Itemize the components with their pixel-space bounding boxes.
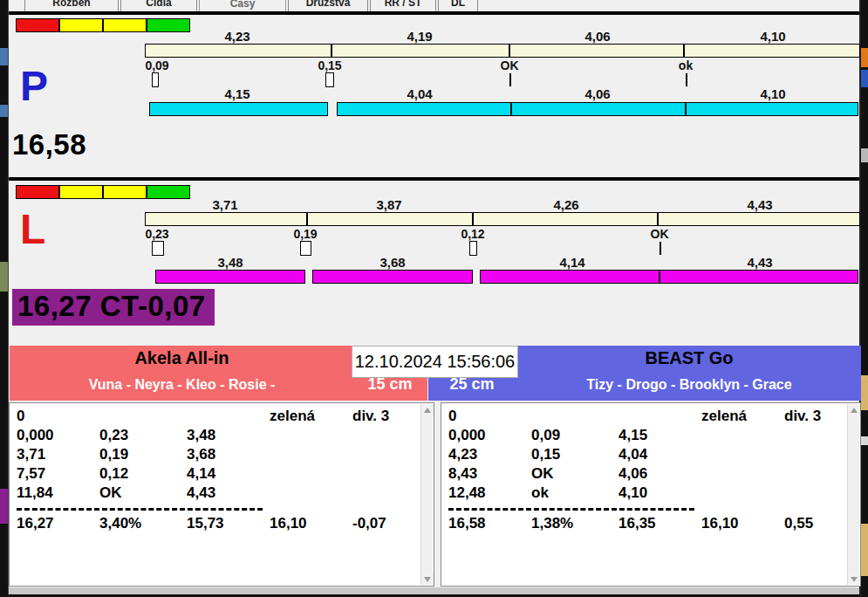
run-panel-l: L 3,71 3,87 4,26 4,43 0,23 0,19 0,12 OK — [9, 177, 859, 325]
cell: zelená — [701, 407, 784, 426]
team-left-results-table[interactable]: 0 zelená div. 3 0,000 0,23 3,48 — [9, 402, 434, 587]
status-cell-yellow — [104, 19, 147, 31]
cell — [784, 464, 847, 484]
cell: 3,71 — [17, 445, 99, 464]
status-cell-yellow — [104, 186, 147, 198]
cell: 0 — [448, 407, 531, 426]
fault-box-marker — [152, 241, 164, 256]
p-exchange-labels: 0,09 0,15 OK ok — [145, 58, 860, 72]
table-row: 3,71 0,19 3,68 — [17, 445, 420, 464]
scroll-up-icon — [424, 408, 431, 413]
split-label: 4,43 — [747, 255, 772, 270]
cell: 0,19 — [99, 445, 187, 464]
split-label: 4,10 — [760, 86, 785, 101]
team-left-results-content: 0 zelená div. 3 0,000 0,23 3,48 — [10, 403, 420, 586]
sliver-patch — [861, 436, 868, 445]
sliver-patch — [0, 105, 8, 117]
p-run-bar — [145, 102, 860, 118]
cell: 3,68 — [187, 445, 270, 464]
vertical-scrollbar[interactable] — [420, 404, 433, 585]
cell: 1,38% — [531, 514, 619, 533]
tab-rozbeh[interactable]: Rozbeh — [24, 0, 119, 11]
tab-casy[interactable]: Časy — [199, 0, 286, 11]
table-row: 11,84 OK 4,43 — [17, 484, 420, 503]
fault-box-marker — [325, 72, 334, 87]
exchange-label: 0,09 — [145, 58, 168, 72]
cell — [270, 445, 352, 464]
run-bar-group — [337, 102, 858, 116]
run-bar-segment — [685, 103, 858, 115]
cell: OK — [531, 464, 619, 484]
table-row: 12,48 ok 4,10 — [448, 484, 847, 503]
cell: 11,84 — [17, 484, 99, 503]
split-label: 3,87 — [376, 197, 401, 212]
fault-box-marker — [469, 241, 477, 256]
l-reference-bar — [145, 212, 860, 226]
split-label: 4,14 — [559, 255, 584, 270]
cell — [270, 426, 352, 445]
cell — [701, 484, 784, 503]
tab-dl[interactable]: DL — [438, 0, 478, 11]
cell: 4,14 — [187, 464, 270, 484]
run-bar-segment — [338, 103, 510, 115]
run-bar-segment — [659, 271, 858, 283]
run-panel-p: P 4,23 4,19 4,06 4,10 0,09 0,15 OK ok — [9, 11, 859, 177]
cell — [619, 407, 701, 426]
ok-tick-marker — [686, 73, 687, 86]
fault-box-marker — [300, 241, 311, 256]
scroll-up-button[interactable] — [421, 404, 434, 416]
exchange-label: 0,12 — [461, 227, 484, 241]
cell: 0,09 — [531, 426, 619, 445]
cell — [99, 407, 187, 426]
scroll-up-icon — [851, 408, 858, 413]
bottom-strip — [9, 587, 859, 594]
bar-segment — [146, 45, 331, 57]
cell — [352, 426, 420, 445]
separator-dashes — [17, 508, 263, 511]
tab-druzstva[interactable]: Družstva — [288, 0, 368, 11]
split-label: 4,04 — [407, 86, 432, 101]
teams-area: Akela All-in Vuna - Neyra - Kleo - Rosie… — [9, 346, 859, 588]
sliver-patch — [861, 524, 868, 576]
cell: 4,06 — [619, 464, 701, 484]
team-right-results-table[interactable]: 0 zelená div. 3 0,000 0,09 4,15 — [441, 402, 861, 587]
run-bar-segment — [510, 103, 685, 115]
split-label: 4,43 — [747, 197, 772, 212]
cell: 4,43 — [187, 484, 270, 503]
cell: div. 3 — [352, 407, 420, 426]
scroll-up-button[interactable] — [848, 404, 860, 416]
ok-tick-marker — [660, 242, 661, 255]
scroll-down-button[interactable] — [848, 573, 860, 585]
cell: -0,07 — [352, 514, 420, 533]
split-label: 4,23 — [224, 29, 249, 44]
l-exchange-labels: 0,23 0,19 0,12 OK — [145, 227, 860, 241]
team-right-dogs: Tizy - Drogo - Brooklyn - Grace — [517, 377, 861, 393]
scroll-down-button[interactable] — [421, 573, 434, 585]
cell: 16,35 — [619, 514, 701, 533]
sliver-patch — [0, 489, 8, 524]
sliver-patch — [861, 48, 868, 67]
l-top-split-labels: 3,71 3,87 4,26 4,43 — [145, 197, 860, 211]
tab-rr-st[interactable]: RR / ST — [370, 0, 436, 11]
split-label: 3,48 — [217, 255, 243, 270]
sliver-patch — [0, 262, 8, 292]
cell: zelená — [270, 407, 352, 426]
cell: 7,57 — [17, 464, 99, 484]
cell: 4,04 — [619, 445, 701, 464]
p-reference-bar — [145, 44, 860, 58]
sliver-patch — [861, 70, 868, 87]
split-label: 4,26 — [553, 197, 578, 212]
tab-cidla[interactable]: Cidla — [120, 0, 197, 11]
run-letter-l: L — [20, 209, 45, 250]
cell: 3,48 — [187, 426, 270, 445]
scroll-down-icon — [851, 577, 858, 582]
run-bar-segment — [155, 270, 305, 284]
vertical-scrollbar[interactable] — [847, 404, 859, 585]
table-row: 8,43 OK 4,06 — [448, 464, 847, 484]
l-run-bar — [145, 270, 860, 285]
screen: Rozbeh Cidla Časy Družstva RR / ST DL P … — [0, 0, 868, 597]
bar-segment — [683, 45, 856, 57]
sliver-patch — [0, 48, 8, 65]
cell — [352, 445, 420, 464]
exchange-label: 0,19 — [293, 227, 317, 241]
